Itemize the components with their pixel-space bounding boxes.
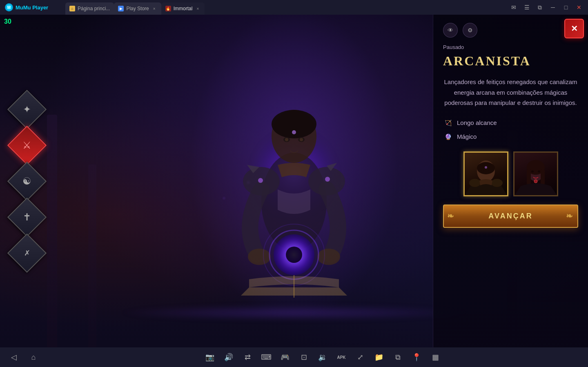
class-icon-demon-hunter-diamond: ✗ <box>7 233 47 272</box>
female-portrait-svg <box>514 153 557 195</box>
location-button[interactable]: 📍 <box>411 351 422 363</box>
svg-point-23 <box>481 170 484 172</box>
wizard-symbol: ☯ <box>22 176 31 187</box>
class-icon-wizard[interactable]: ☯ <box>12 167 42 196</box>
mage-figure-svg <box>216 55 372 308</box>
class-traits: 🏹 Longo alcance 🔮 Mágico <box>443 118 578 142</box>
app-logo[interactable]: M MuMu Player <box>0 3 65 11</box>
svg-point-19 <box>258 178 263 183</box>
tab-immortal[interactable]: 🔥 Immortal × <box>161 2 205 15</box>
minimize-button[interactable]: ─ <box>547 2 559 13</box>
right-panel: 👁 ⚙ ✕ Pausado ARCANISTA Lançadores de fe… <box>433 15 588 347</box>
tab-immortal-label: Immortal <box>174 6 193 11</box>
app-logo-icon: M <box>5 3 13 11</box>
trait-magic: 🔮 Mágico <box>443 132 578 142</box>
class-icon-crusader[interactable]: ✝ <box>12 202 42 232</box>
taskbar-left: ◁ ⌂ <box>0 351 47 363</box>
back-button[interactable]: ◁ <box>8 351 20 363</box>
tab-immortal-close[interactable]: × <box>195 6 200 11</box>
class-icon-necromancer-diamond: ✦ <box>7 89 47 129</box>
svg-point-6 <box>317 249 340 265</box>
demon-hunter-symbol: ✗ <box>24 249 30 258</box>
svg-point-25 <box>485 166 487 169</box>
barbarian-symbol: ⚔ <box>22 140 31 151</box>
male-portrait-svg <box>465 153 507 195</box>
tab-playstore[interactable]: ▶ Play Store × <box>114 2 161 15</box>
trait-long-range-label: Longo alcance <box>457 119 497 126</box>
pillar-left-1 <box>47 115 57 348</box>
svg-point-26 <box>469 179 481 187</box>
titlebar-actions: ✉ ☰ ⧉ ─ □ ✕ <box>505 2 588 13</box>
necromancer-symbol: ✦ <box>23 104 31 115</box>
layout-button[interactable]: ▦ <box>430 351 441 363</box>
window-close-button[interactable]: ✕ <box>573 2 585 13</box>
advance-btn-ornament-left: ❧ <box>447 211 455 221</box>
apk-button[interactable]: APK <box>336 351 347 363</box>
gamepad-button[interactable]: 🎮 <box>279 351 291 363</box>
class-icon-demon-hunter[interactable]: ✗ <box>12 238 42 268</box>
mail-button[interactable]: ✉ <box>508 2 519 13</box>
mage-figure-container <box>172 15 416 347</box>
svg-point-14 <box>285 138 288 141</box>
svg-point-27 <box>491 179 503 187</box>
close-panel-button[interactable]: ✕ <box>564 19 584 38</box>
svg-point-32 <box>531 170 534 172</box>
svg-rect-31 <box>541 169 545 185</box>
mage-area <box>172 15 416 347</box>
class-icon-barbarian[interactable]: ⚔ <box>12 131 42 160</box>
menu-button[interactable]: ☰ <box>521 2 532 13</box>
taskbar: ◁ ⌂ 📷 🔊 ⇄ ⌨ 🎮 ⊡ 🔉 APK ⤢ 📁 ⧉ 📍 ▦ <box>0 347 588 367</box>
class-title: ARCANISTA <box>443 53 578 69</box>
svg-point-8 <box>286 247 302 263</box>
restore-button[interactable]: ⧉ <box>534 2 546 13</box>
class-icon-wizard-diamond: ☯ <box>7 161 47 200</box>
female-portrait-inner <box>514 153 557 195</box>
sound-button[interactable]: 🔉 <box>317 351 328 363</box>
svg-point-15 <box>300 138 303 141</box>
svg-point-20 <box>325 177 330 182</box>
game-area: ✦ ⚔ ☯ ✝ ✗ 👁 ⚙ ✕ P <box>0 15 588 347</box>
settings-icon-button[interactable]: ⚙ <box>463 23 477 38</box>
portrait-male[interactable] <box>463 151 508 196</box>
class-description: Lançadores de feitiços renegados que can… <box>443 77 578 108</box>
svg-rect-30 <box>527 169 531 185</box>
tab-immortal-favicon: 🔥 <box>165 6 171 11</box>
share-button[interactable]: ⇄ <box>242 351 253 363</box>
advance-btn-ornament-right: ❧ <box>566 211 574 221</box>
character-portraits <box>443 151 578 196</box>
crusader-symbol: ✝ <box>23 211 31 223</box>
eye-icon-button[interactable]: 👁 <box>443 23 458 38</box>
copy-button[interactable]: ⧉ <box>392 351 403 363</box>
resize-button[interactable]: ⤢ <box>354 351 366 363</box>
tabs-area: ⌂ Página princi... ▶ Play Store × 🔥 Immo… <box>65 0 505 15</box>
trait-long-range: 🏹 Longo alcance <box>443 118 578 128</box>
portrait-female[interactable] <box>513 151 558 196</box>
magic-icon: 🔮 <box>443 132 453 142</box>
svg-point-33 <box>538 170 540 172</box>
fps-counter: 30 <box>4 18 11 25</box>
svg-point-34 <box>534 180 537 183</box>
panel-top-icons: 👁 ⚙ <box>443 23 578 38</box>
long-range-icon: 🏹 <box>443 118 453 128</box>
tab-home-favicon: ⌂ <box>69 6 75 11</box>
tab-home[interactable]: ⌂ Página princi... <box>65 2 114 15</box>
class-icon-necromancer[interactable]: ✦ <box>12 95 42 124</box>
camera-button[interactable]: 📷 <box>204 351 216 363</box>
paused-label: Pausado <box>443 44 578 50</box>
home-button[interactable]: ⌂ <box>28 351 39 363</box>
maximize-button[interactable]: □ <box>560 2 572 13</box>
tab-playstore-close[interactable]: × <box>151 6 157 11</box>
svg-point-5 <box>248 249 271 265</box>
crop-button[interactable]: ⊡ <box>298 351 310 363</box>
tab-playstore-label: Play Store <box>126 6 149 11</box>
pillar-left-2 <box>88 165 96 347</box>
volume-button[interactable]: 🔊 <box>223 351 234 363</box>
folder-button[interactable]: 📁 <box>373 351 385 363</box>
advance-button[interactable]: ❧ AVANÇAR ❧ <box>443 205 578 228</box>
tab-playstore-favicon: ▶ <box>118 6 124 11</box>
app-logo-text: MuMu Player <box>16 4 48 11</box>
keyboard-button[interactable]: ⌨ <box>261 351 272 363</box>
class-icon-crusader-diamond: ✝ <box>7 197 47 236</box>
tab-home-label: Página princi... <box>78 6 110 11</box>
trait-magic-label: Mágico <box>457 133 477 140</box>
